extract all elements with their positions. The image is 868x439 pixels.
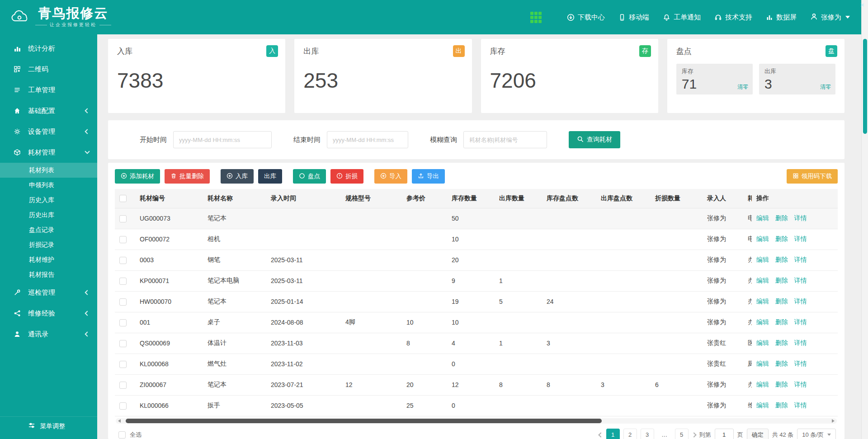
sidebar-item-contacts[interactable]: 通讯录 bbox=[0, 324, 97, 345]
edit-link[interactable]: 编辑 bbox=[756, 339, 769, 346]
sidebar-item-workorder[interactable]: 工单管理 bbox=[0, 80, 97, 100]
prev-page-icon[interactable] bbox=[598, 432, 603, 437]
sidebar-item-qrcode[interactable]: 二维码 bbox=[0, 59, 97, 80]
scroll-right-arrow-icon[interactable] bbox=[832, 419, 835, 423]
vertical-scroll-thumb[interactable] bbox=[863, 39, 867, 134]
detail-link[interactable]: 详情 bbox=[794, 360, 807, 367]
horizontal-scroll-thumb[interactable] bbox=[126, 419, 602, 423]
detail-link[interactable]: 详情 bbox=[794, 339, 807, 346]
submenu-item[interactable]: 申领列表 bbox=[0, 178, 97, 193]
menu-adjust-button[interactable]: 菜单调整 bbox=[0, 416, 97, 435]
confirm-button[interactable]: 确定 bbox=[747, 429, 769, 439]
edit-link[interactable]: 编辑 bbox=[756, 318, 769, 326]
detail-link[interactable]: 详情 bbox=[794, 401, 807, 409]
nav-download-center[interactable]: 下载中心 bbox=[567, 13, 605, 22]
submenu-item[interactable]: 历史入库 bbox=[0, 193, 97, 208]
submenu-item[interactable]: 耗材列表 bbox=[0, 163, 97, 178]
delete-link[interactable]: 删除 bbox=[775, 401, 788, 409]
sidebar-item-experience[interactable]: 维修经验 bbox=[0, 303, 97, 324]
submenu-item[interactable]: 盘点记录 bbox=[0, 222, 97, 237]
close-icon[interactable]: × bbox=[860, 1, 864, 8]
edit-link[interactable]: 编辑 bbox=[756, 401, 769, 409]
delete-link[interactable]: 删除 bbox=[775, 214, 788, 222]
submenu-item[interactable]: 耗材报告 bbox=[0, 267, 97, 282]
usage-code-download-button[interactable]: 领用码下载 bbox=[787, 169, 838, 184]
search-consumable-button[interactable]: 查询耗材 bbox=[569, 131, 620, 148]
page-number[interactable]: … bbox=[658, 429, 671, 439]
check-button[interactable]: 盘点 bbox=[293, 169, 326, 184]
row-checkbox[interactable] bbox=[119, 340, 127, 347]
horizontal-scrollbar[interactable] bbox=[116, 418, 837, 424]
submenu-item[interactable]: 历史出库 bbox=[0, 208, 97, 222]
sidebar-item-inspection[interactable]: 巡检管理 bbox=[0, 282, 97, 303]
detail-link[interactable]: 详情 bbox=[794, 297, 807, 305]
edit-link[interactable]: 编辑 bbox=[756, 360, 769, 367]
row-checkbox[interactable] bbox=[119, 215, 127, 222]
scroll-left-arrow-icon[interactable] bbox=[118, 419, 121, 423]
detail-link[interactable]: 详情 bbox=[794, 277, 807, 284]
row-checkbox[interactable] bbox=[119, 319, 127, 326]
export-button[interactable]: 导出 bbox=[412, 169, 445, 184]
submenu-item[interactable]: 折损记录 bbox=[0, 237, 97, 252]
nav-data-screen[interactable]: 数据屏 bbox=[766, 13, 797, 22]
clear-stock-link[interactable]: 清零 bbox=[737, 83, 748, 91]
sidebar-item-baseconfig[interactable]: 基础配置 bbox=[0, 100, 97, 121]
delete-link[interactable]: 删除 bbox=[775, 381, 788, 388]
edit-link[interactable]: 编辑 bbox=[756, 256, 769, 263]
row-checkbox[interactable] bbox=[119, 236, 127, 243]
edit-link[interactable]: 编辑 bbox=[756, 235, 769, 242]
start-time-input[interactable] bbox=[173, 131, 272, 148]
select-all-header-checkbox[interactable] bbox=[119, 195, 127, 202]
outbound-button[interactable]: 出库 bbox=[258, 169, 282, 184]
select-all-checkbox[interactable] bbox=[118, 431, 126, 439]
edit-link[interactable]: 编辑 bbox=[756, 277, 769, 284]
import-button[interactable]: 导入 bbox=[374, 169, 407, 184]
sidebar-item-consumable[interactable]: 耗材管理 bbox=[0, 142, 97, 163]
edit-link[interactable]: 编辑 bbox=[756, 297, 769, 305]
delete-link[interactable]: 删除 bbox=[775, 256, 788, 263]
delete-link[interactable]: 删除 bbox=[775, 297, 788, 305]
nav-workorder-notice[interactable]: 工单通知 bbox=[663, 13, 701, 22]
edit-link[interactable]: 编辑 bbox=[756, 214, 769, 222]
sidebar-item-device[interactable]: 设备管理 bbox=[0, 121, 97, 142]
fuzzy-query-input[interactable] bbox=[463, 131, 547, 148]
user-menu[interactable]: 张修为 bbox=[810, 13, 850, 22]
vertical-scrollbar[interactable] bbox=[861, 0, 868, 439]
detail-link[interactable]: 详情 bbox=[794, 318, 807, 326]
sidebar-item-stats[interactable]: 统计分析 bbox=[0, 38, 97, 59]
page-number[interactable]: 2 bbox=[623, 429, 637, 439]
row-checkbox[interactable] bbox=[119, 402, 127, 410]
page-number[interactable]: 1 bbox=[606, 429, 620, 439]
submenu-item[interactable]: 耗材维护 bbox=[0, 252, 97, 267]
detail-link[interactable]: 详情 bbox=[794, 214, 807, 222]
end-time-input[interactable] bbox=[327, 131, 408, 148]
detail-link[interactable]: 详情 bbox=[794, 256, 807, 263]
nav-mobile[interactable]: 移动端 bbox=[618, 13, 649, 22]
add-consumable-button[interactable]: 添加耗材 bbox=[115, 169, 160, 184]
row-checkbox[interactable] bbox=[119, 257, 127, 264]
apps-grid-icon[interactable] bbox=[530, 12, 542, 23]
edit-link[interactable]: 编辑 bbox=[756, 381, 769, 388]
row-checkbox[interactable] bbox=[119, 361, 127, 368]
delete-link[interactable]: 删除 bbox=[775, 235, 788, 242]
detail-link[interactable]: 详情 bbox=[794, 235, 807, 242]
nav-tech-support[interactable]: 技术支持 bbox=[714, 13, 752, 22]
batch-delete-button[interactable]: 批量删除 bbox=[165, 169, 210, 184]
page-number[interactable]: 5 bbox=[675, 429, 689, 439]
delete-link[interactable]: 删除 bbox=[775, 318, 788, 326]
delete-link[interactable]: 删除 bbox=[775, 360, 788, 367]
delete-link[interactable]: 删除 bbox=[775, 339, 788, 346]
damage-button[interactable]: 折损 bbox=[330, 169, 363, 184]
page-size-select[interactable]: 10 条/页 bbox=[797, 429, 836, 439]
page-number[interactable]: 3 bbox=[641, 429, 654, 439]
detail-link[interactable]: 详情 bbox=[794, 381, 807, 388]
inbound-button[interactable]: 入库 bbox=[221, 169, 254, 184]
clear-outbound-link[interactable]: 清零 bbox=[820, 83, 831, 91]
row-checkbox[interactable] bbox=[119, 278, 127, 285]
row-checkbox[interactable] bbox=[119, 382, 127, 389]
delete-link[interactable]: 删除 bbox=[775, 277, 788, 284]
goto-page-input[interactable] bbox=[715, 429, 734, 439]
row-checkbox[interactable] bbox=[119, 298, 127, 306]
cell-out bbox=[495, 229, 542, 250]
next-page-icon[interactable] bbox=[691, 432, 696, 437]
